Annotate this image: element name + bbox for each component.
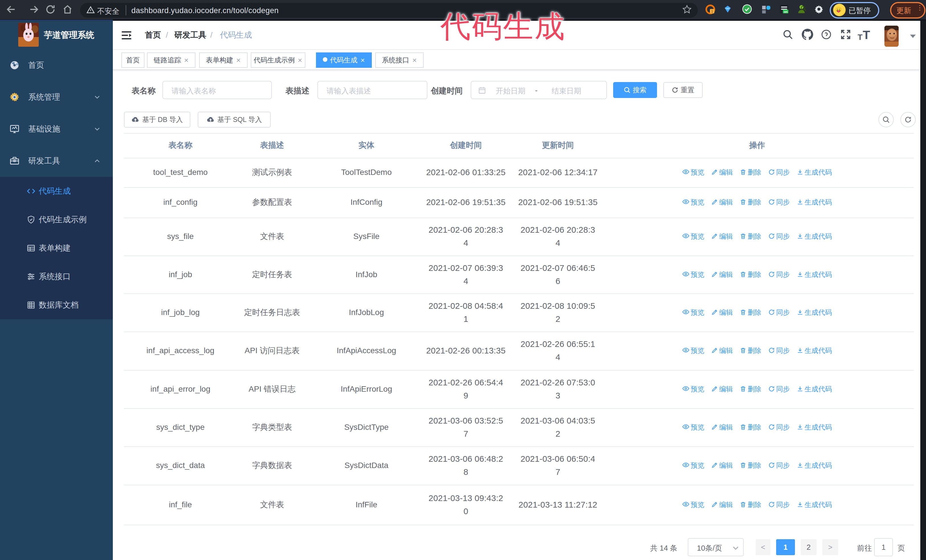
svg-text:1: 1	[711, 9, 713, 14]
svg-text:on: on	[784, 10, 788, 14]
